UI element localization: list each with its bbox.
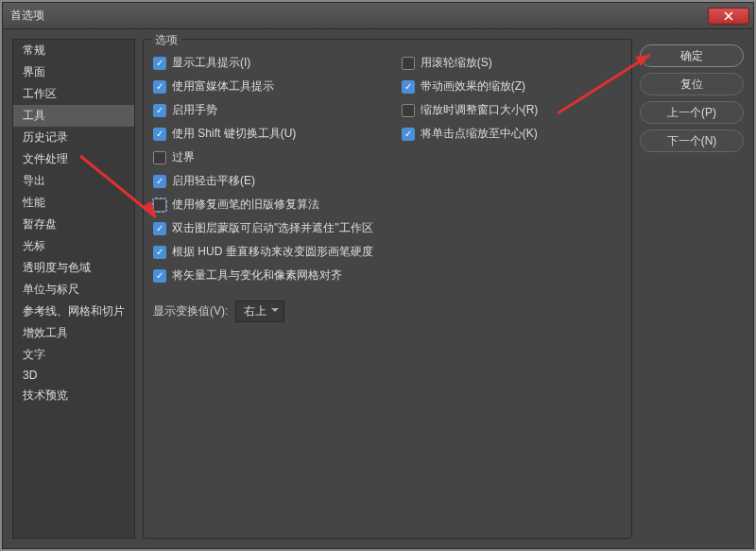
checkbox-row: 缩放时调整窗口大小(R) — [402, 102, 539, 118]
close-icon — [724, 11, 733, 21]
sidebar-item[interactable]: 工作区 — [13, 83, 134, 105]
checkbox-label: 使用富媒体工具提示 — [172, 78, 274, 95]
checkbox-label: 使用 Shift 键切换工具(U) — [172, 126, 296, 142]
sidebar-item[interactable]: 透明度与色域 — [13, 257, 134, 279]
sidebar-item[interactable]: 光标 — [13, 235, 134, 257]
sidebar-item[interactable]: 增效工具 — [13, 322, 134, 344]
sidebar-item[interactable]: 参考线、网格和切片 — [13, 301, 134, 322]
next-button[interactable]: 下一个(N) — [640, 129, 744, 152]
checkbox-row: 启用手势 — [153, 102, 373, 118]
sidebar-item[interactable]: 技术预览 — [13, 385, 134, 406]
checkbox-row: 根据 HUD 垂直移动来改变圆形画笔硬度 — [153, 244, 373, 260]
checkbox-label: 将矢量工具与变化和像素网格对齐 — [172, 267, 342, 284]
checkbox[interactable] — [153, 151, 166, 164]
checkbox-label: 根据 HUD 垂直移动来改变圆形画笔硬度 — [172, 244, 373, 260]
checkbox-label: 缩放时调整窗口大小(R) — [421, 102, 539, 118]
dropdown-label: 显示变换值(V): — [153, 303, 228, 319]
sidebar-item[interactable]: 文字 — [13, 344, 134, 366]
checkbox[interactable] — [402, 80, 415, 94]
reset-button[interactable]: 复位 — [640, 73, 744, 95]
checkbox-row: 双击图层蒙版可启动"选择并遮住"工作区 — [153, 220, 373, 236]
sidebar-item[interactable]: 常规 — [13, 40, 134, 61]
checkbox-row: 带动画效果的缩放(Z) — [402, 78, 539, 95]
titlebar: 首选项 — [3, 3, 753, 29]
transform-values-row: 显示变换值(V): 右上 — [153, 301, 622, 322]
checkbox-label: 使用修复画笔的旧版修复算法 — [172, 197, 319, 213]
sidebar-item[interactable]: 性能 — [13, 192, 134, 214]
window-title: 首选项 — [10, 8, 44, 24]
sidebar-item[interactable]: 单位与标尺 — [13, 279, 134, 301]
checkbox[interactable] — [153, 175, 166, 188]
checkbox-row: 使用 Shift 键切换工具(U) — [153, 126, 373, 142]
options-left-column: 显示工具提示(I)使用富媒体工具提示启用手势使用 Shift 键切换工具(U)过… — [153, 55, 373, 284]
checkbox-label: 带动画效果的缩放(Z) — [421, 78, 525, 95]
panel-title: 选项 — [151, 32, 181, 48]
sidebar-item[interactable]: 3D — [13, 366, 134, 385]
transform-values-dropdown[interactable]: 右上 — [235, 301, 284, 322]
checkbox[interactable] — [153, 128, 166, 141]
options-panel: 选项 显示工具提示(I)使用富媒体工具提示启用手势使用 Shift 键切换工具(… — [143, 39, 632, 539]
options-right-column: 用滚轮缩放(S)带动画效果的缩放(Z)缩放时调整窗口大小(R)将单击点缩放至中心… — [402, 55, 539, 284]
preferences-window: 首选项 常规界面工作区工具历史记录文件处理导出性能暂存盘光标透明度与色域单位与标… — [2, 2, 754, 549]
checkbox[interactable] — [153, 104, 166, 117]
checkbox[interactable] — [153, 57, 166, 70]
checkbox[interactable] — [153, 222, 166, 235]
checkbox-row: 使用富媒体工具提示 — [153, 78, 373, 95]
checkbox[interactable] — [402, 104, 415, 117]
sidebar-item[interactable]: 暂存盘 — [13, 214, 134, 235]
checkbox-row: 显示工具提示(I) — [153, 55, 373, 71]
checkbox-row: 使用修复画笔的旧版修复算法 — [153, 197, 373, 213]
sidebar-item[interactable]: 历史记录 — [13, 127, 134, 148]
checkbox-label: 显示工具提示(I) — [172, 55, 250, 71]
checkbox-row: 将矢量工具与变化和像素网格对齐 — [153, 267, 373, 284]
close-button[interactable] — [708, 8, 749, 25]
prev-button[interactable]: 上一个(P) — [640, 101, 744, 124]
checkbox-label: 双击图层蒙版可启动"选择并遮住"工作区 — [172, 220, 373, 236]
checkbox-row: 用滚轮缩放(S) — [402, 55, 539, 71]
checkbox[interactable] — [402, 57, 415, 70]
checkbox-row: 启用轻击平移(E) — [153, 173, 373, 189]
checkbox[interactable] — [402, 128, 415, 141]
checkbox-label: 过界 — [172, 149, 195, 165]
dialog-buttons: 确定 复位 上一个(P) 下一个(N) — [640, 39, 744, 539]
checkbox-row: 过界 — [153, 149, 373, 165]
checkbox[interactable] — [153, 198, 166, 212]
checkbox[interactable] — [153, 80, 166, 94]
checkbox-label: 启用轻击平移(E) — [172, 173, 255, 189]
sidebar-item[interactable]: 工具 — [13, 105, 134, 127]
checkbox-label: 将单击点缩放至中心(K) — [421, 126, 538, 142]
checkbox-label: 用滚轮缩放(S) — [421, 55, 492, 71]
checkbox[interactable] — [153, 269, 166, 283]
ok-button[interactable]: 确定 — [640, 44, 744, 67]
sidebar-item[interactable]: 导出 — [13, 170, 134, 192]
sidebar-item[interactable]: 文件处理 — [13, 148, 134, 170]
checkbox-label: 启用手势 — [172, 102, 217, 118]
checkbox[interactable] — [153, 246, 166, 259]
sidebar-item[interactable]: 界面 — [13, 61, 134, 83]
checkbox-row: 将单击点缩放至中心(K) — [402, 126, 539, 142]
sidebar: 常规界面工作区工具历史记录文件处理导出性能暂存盘光标透明度与色域单位与标尺参考线… — [12, 39, 135, 539]
